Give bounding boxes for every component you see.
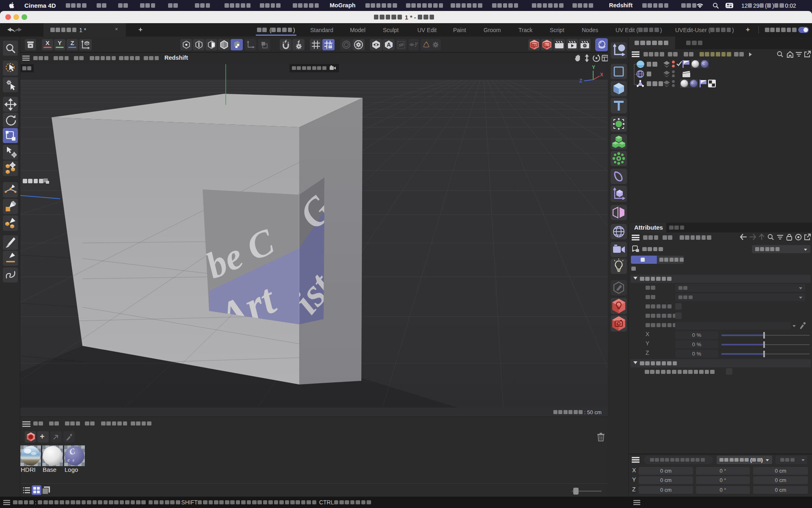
svg-text:Z: Z (579, 78, 582, 84)
svg-text:X: X (600, 72, 603, 78)
svg-text:C: C (691, 81, 694, 85)
svg-text:RV: RV (532, 43, 536, 47)
svg-text:Y: Y (592, 65, 595, 70)
svg-text:A: A (387, 41, 391, 48)
svg-text:C: C (702, 61, 705, 65)
svg-text:e s: e s (67, 457, 74, 463)
